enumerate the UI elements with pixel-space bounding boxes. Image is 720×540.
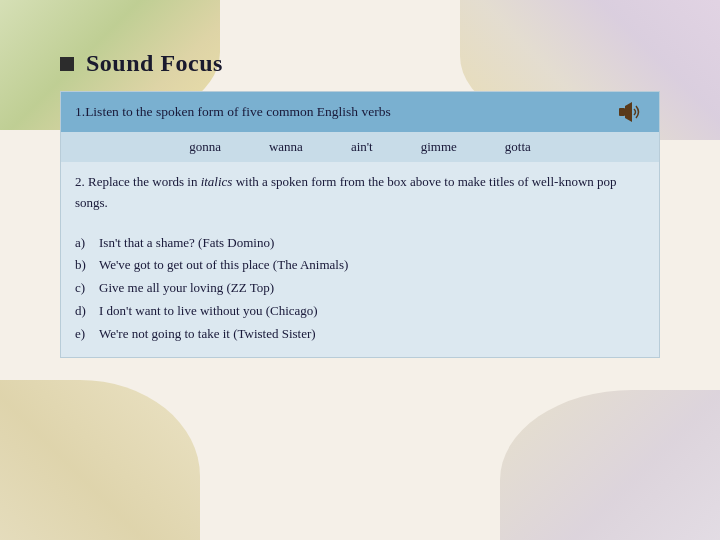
svg-rect-0 <box>619 108 625 116</box>
item-label-d: d) <box>75 300 99 323</box>
item-text-d: I don't want to live without you (Chicag… <box>99 300 645 323</box>
word-box-row: gonna wanna ain't gimme gotta <box>61 132 659 162</box>
main-content: Sound Focus 1.Listen to the spoken form … <box>60 50 660 480</box>
title-bullet-icon <box>60 57 74 71</box>
word-wanna: wanna <box>269 139 303 155</box>
page-title: Sound Focus <box>86 50 223 77</box>
word-gonna: gonna <box>189 139 221 155</box>
item-label-c: c) <box>75 277 99 300</box>
list-item: c) Give me all your loving (ZZ Top) <box>75 277 645 300</box>
item-text-a: Isn't that a shame? (Fats Domino) <box>99 232 645 255</box>
section1-title: 1.Listen to the spoken form of five comm… <box>75 104 391 120</box>
item-label-e: e) <box>75 323 99 346</box>
item-text-b: We've got to get out of this place (The … <box>99 254 645 277</box>
list-item: e) We're not going to take it (Twisted S… <box>75 323 645 346</box>
speaker-icon <box>618 101 644 123</box>
list-item: b) We've got to get out of this place (T… <box>75 254 645 277</box>
section2-description: 2. Replace the words in italics with a s… <box>61 162 659 224</box>
item-label-b: b) <box>75 254 99 277</box>
word-aint: ain't <box>351 139 373 155</box>
section2-text-before: 2. Replace the words in <box>75 174 201 189</box>
title-row: Sound Focus <box>60 50 660 77</box>
item-text-c: Give me all your loving (ZZ Top) <box>99 277 645 300</box>
svg-marker-1 <box>625 102 632 122</box>
speaker-button[interactable] <box>617 100 645 124</box>
items-section: a) Isn't that a shame? (Fats Domino) b) … <box>61 224 659 358</box>
section1-header: 1.Listen to the spoken form of five comm… <box>61 92 659 132</box>
item-label-a: a) <box>75 232 99 255</box>
list-item: d) I don't want to live without you (Chi… <box>75 300 645 323</box>
item-text-e: We're not going to take it (Twisted Sist… <box>99 323 645 346</box>
section2-text: 2. Replace the words in italics with a s… <box>75 172 645 214</box>
word-gotta: gotta <box>505 139 531 155</box>
list-item: a) Isn't that a shame? (Fats Domino) <box>75 232 645 255</box>
content-card: 1.Listen to the spoken form of five comm… <box>60 91 660 358</box>
word-gimme: gimme <box>421 139 457 155</box>
section2-text-italic: italics <box>201 174 233 189</box>
